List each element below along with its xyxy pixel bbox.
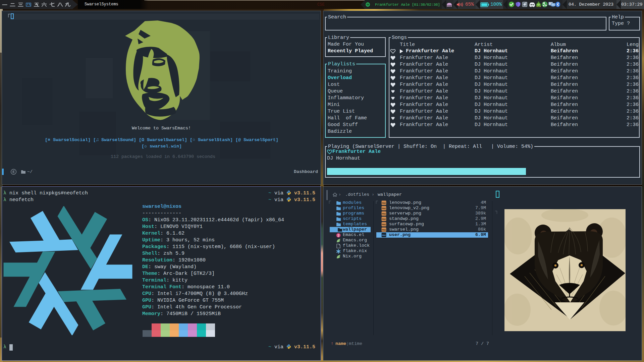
svg-text:PNG: PNG bbox=[382, 213, 386, 215]
svg-text:PNG: PNG bbox=[382, 207, 386, 209]
svg-text:PNG: PNG bbox=[382, 218, 386, 220]
svg-text:PNG: PNG bbox=[382, 234, 386, 236]
svg-text:PNG: PNG bbox=[382, 224, 386, 226]
svg-text:PNG: PNG bbox=[382, 229, 386, 231]
svg-text:PNG: PNG bbox=[382, 202, 386, 204]
